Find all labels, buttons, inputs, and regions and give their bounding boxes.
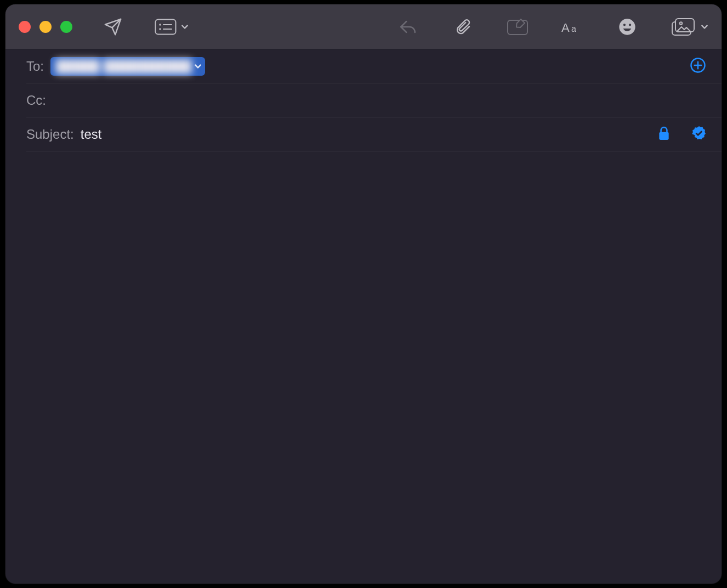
svg-point-2 <box>159 28 161 30</box>
traffic-lights <box>19 21 72 33</box>
add-recipient-button[interactable] <box>689 57 707 76</box>
lock-icon <box>658 126 670 143</box>
recipient-chip[interactable]: █████ ██████████ <box>50 57 205 76</box>
chevron-down-icon[interactable] <box>194 63 202 70</box>
reply-button <box>397 16 419 38</box>
text-format-icon: A a <box>561 19 583 35</box>
svg-text:A: A <box>561 21 570 35</box>
header-fields: To: █████ ██████████ <box>5 49 722 151</box>
svg-point-1 <box>159 24 161 26</box>
toolbar-left <box>102 16 189 38</box>
zoom-window-button[interactable] <box>60 21 72 33</box>
sign-button[interactable] <box>691 125 707 144</box>
recipient-name: █████ ██████████ <box>56 59 192 74</box>
subject-label: Subject: <box>26 127 74 142</box>
titlebar: A a <box>5 4 722 49</box>
markup-icon <box>507 18 529 36</box>
svg-point-9 <box>623 24 626 26</box>
reply-icon <box>399 18 417 36</box>
minimize-window-button[interactable] <box>39 21 52 33</box>
encrypt-button[interactable] <box>658 126 670 143</box>
to-label: To: <box>26 59 44 74</box>
format-button[interactable]: A a <box>561 16 583 38</box>
markup-button <box>507 16 529 38</box>
plus-circle-icon <box>690 57 706 76</box>
chevron-down-icon <box>701 23 708 31</box>
send-button[interactable] <box>102 16 124 38</box>
svg-text:a: a <box>571 24 576 33</box>
message-body[interactable] <box>5 151 722 584</box>
cc-label: Cc: <box>26 93 46 108</box>
subject-security-icons <box>658 125 707 144</box>
close-window-button[interactable] <box>19 21 31 33</box>
to-field-row[interactable]: To: █████ ██████████ <box>26 49 722 83</box>
svg-rect-17 <box>659 132 668 139</box>
svg-rect-0 <box>156 19 176 34</box>
emoji-icon <box>618 18 636 36</box>
paperclip-icon <box>454 18 472 36</box>
list-icon <box>155 19 177 35</box>
cc-field-row[interactable]: Cc: <box>26 83 722 117</box>
subject-field-row[interactable]: Subject: <box>26 117 722 151</box>
photos-icon <box>671 18 696 36</box>
svg-point-8 <box>619 19 635 35</box>
send-icon <box>104 18 122 36</box>
emoji-button[interactable] <box>616 16 638 38</box>
attach-button[interactable] <box>452 16 474 38</box>
header-fields-button[interactable] <box>155 16 189 38</box>
chevron-down-icon <box>181 23 189 31</box>
verified-seal-icon <box>691 125 707 144</box>
toolbar-right: A a <box>397 16 708 38</box>
subject-input[interactable] <box>81 127 658 142</box>
svg-point-10 <box>629 24 631 26</box>
photo-browser-button[interactable] <box>671 16 708 38</box>
compose-window: A a <box>5 4 722 584</box>
